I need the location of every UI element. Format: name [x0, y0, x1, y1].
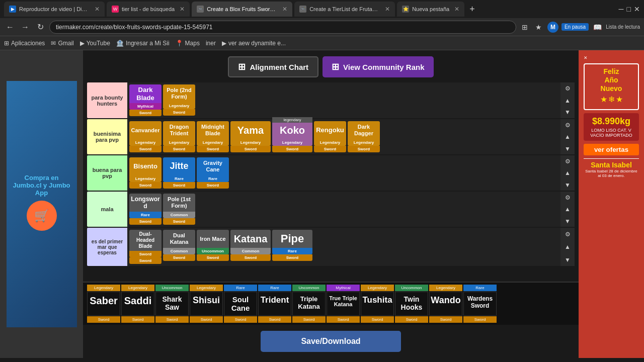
tier-settings-5[interactable]: ⚙: [560, 229, 575, 239]
tier-settings-4[interactable]: ⚙: [560, 193, 575, 203]
tab-1[interactable]: ▶ Reproductor de video | Disney+ ✕: [4, 2, 105, 17]
list-item[interactable]: True Triple Katana: [327, 292, 360, 316]
list-item[interactable]: Longsword Rare Sword: [129, 194, 162, 225]
list-item[interactable]: Shark Saw: [155, 292, 189, 316]
tier-down-4[interactable]: ▼: [560, 216, 575, 226]
tier-up-5[interactable]: ▲: [560, 242, 575, 252]
tier-down-2[interactable]: ▼: [560, 144, 575, 154]
account-icon[interactable]: M: [547, 22, 558, 33]
tierlist-area: para bounty hunters Dark Blade Mythical …: [83, 82, 579, 282]
list-item[interactable]: Wando: [429, 292, 462, 316]
tier-settings-1[interactable]: ⚙: [560, 83, 575, 94]
list-item[interactable]: Trident: [258, 292, 291, 316]
reload-button[interactable]: ↻: [34, 21, 46, 33]
bookmark-apps[interactable]: ⊞ Aplicaciones: [4, 40, 45, 47]
forward-button[interactable]: →: [19, 21, 31, 33]
list-item[interactable]: Soul Cane: [224, 292, 257, 316]
rarity-label-rare-2: Rare: [258, 285, 291, 291]
tier-up-1[interactable]: ▲: [560, 96, 575, 106]
tier-up-4[interactable]: ▲: [560, 204, 575, 214]
rarity-label-rare-1: Rare: [224, 285, 257, 291]
list-item[interactable]: Bisento Legendary Sword: [129, 157, 162, 189]
community-rank-button[interactable]: ⊞ View Community Rank: [323, 56, 433, 77]
tab-close-5[interactable]: ✕: [454, 6, 459, 13]
tier-down-3[interactable]: ▼: [560, 180, 575, 190]
rarity-label-mythical: Mythical: [327, 285, 360, 291]
list-item[interactable]: Dual-Headed Blade Sword Sword: [129, 230, 162, 264]
list-item[interactable]: Iron Mace Uncommon Sword: [197, 230, 229, 261]
list-item[interactable]: Canvander Legendary Sword: [129, 121, 162, 152]
tier-settings-2[interactable]: ⚙: [560, 120, 575, 130]
tab-4[interactable]: 🎮 Create a TierList de Frutas (Blox... ✕: [294, 2, 395, 17]
tier-items-4: Longsword Rare Sword Pole (1st Form) Com…: [127, 192, 560, 227]
browser-chrome: ▶ Reproductor de video | Disney+ ✕ W tie…: [0, 0, 644, 50]
list-item[interactable]: Triple Katana: [292, 292, 326, 316]
ad-item: LOMO LISO CAT. V VACÍO IMPORTADO: [587, 128, 636, 138]
tab-close-4[interactable]: ✕: [385, 6, 390, 13]
tab-3[interactable]: 🎮 Create a Blox Fruits Swords (upc... ✕: [192, 2, 292, 17]
minimize-button[interactable]: ─: [619, 5, 624, 13]
bookmark-sii[interactable]: 🏦 Ingresar a Mi Sii: [116, 40, 170, 47]
new-tab-button[interactable]: +: [466, 4, 478, 15]
list-item[interactable]: Saddi: [121, 292, 154, 316]
tab-5[interactable]: ⭐ Nueva pestaña ✕: [397, 2, 464, 17]
list-item[interactable]: Saber: [87, 292, 120, 316]
nav-icons: ⊞ ★ M En pausa 📖 Lista de lectura: [519, 22, 640, 33]
sword-badge: Sword: [155, 316, 189, 323]
tab-2[interactable]: W tier list - de búsqueda ✕: [107, 2, 190, 17]
reading-list-icon[interactable]: 📖: [592, 22, 603, 33]
rarity-label-rare-3: Rare: [463, 285, 497, 291]
tab-favicon-4: 🎮: [299, 6, 306, 13]
ad-close-btn[interactable]: ✕: [584, 55, 588, 60]
tier-row-5: es del primer mar que esperas Dual-Heade…: [87, 228, 575, 266]
list-item[interactable]: Katana Common Sword: [230, 230, 271, 261]
rarity-label-legendary-5: Legendary: [429, 285, 462, 291]
sword-badge: Sword: [258, 316, 291, 323]
alignment-chart-button[interactable]: ⊞ Alignment Chart: [228, 56, 318, 77]
tier-row-2: buenisima para pvp Canvander Legendary S…: [87, 119, 575, 154]
tier-settings-3[interactable]: ⚙: [560, 156, 575, 166]
bookmark-iner[interactable]: iner: [206, 40, 216, 47]
save-area: Save/Download: [83, 325, 579, 358]
url-bar[interactable]: [49, 21, 516, 34]
bookmark-aew[interactable]: ▶ ver aew dynamite e...: [222, 40, 286, 47]
bookmark-maps[interactable]: 📍 Maps: [176, 40, 200, 47]
list-item[interactable]: Dual Katana Common Sword: [163, 230, 195, 261]
tier-up-2[interactable]: ▲: [560, 132, 575, 142]
sword-badge: Sword: [292, 316, 326, 323]
tier-up-3[interactable]: ▲: [560, 168, 575, 178]
tier-down-5[interactable]: ▼: [560, 255, 575, 265]
list-item[interactable]: Jitte Rare Sword: [163, 157, 195, 189]
tier-down-1[interactable]: ▼: [560, 107, 575, 117]
list-item[interactable]: Dark Dagger Legendary Sword: [348, 121, 380, 152]
list-item[interactable]: Gravity Cane Rare Sword: [197, 157, 229, 189]
bookmark-gmail[interactable]: ✉ Gmail: [51, 40, 73, 47]
list-item[interactable]: legendary Koko Legendary Sword: [272, 121, 312, 152]
list-item[interactable]: Dragon Trident Legendary Sword: [163, 121, 195, 152]
bookmark-icon[interactable]: ★: [533, 22, 544, 33]
list-item[interactable]: Tushita: [361, 292, 394, 316]
list-item[interactable]: Rengoku Legendary Sword: [314, 121, 346, 152]
sword-badge: Sword: [121, 316, 154, 323]
list-item[interactable]: Pole (1st Form) Common Sword: [163, 194, 195, 225]
list-item[interactable]: Pipe Rare Sword: [272, 230, 312, 261]
list-item[interactable]: Twin Hooks: [395, 292, 428, 316]
tier-controls-3: ⚙ ▲ ▼: [560, 155, 575, 191]
save-download-button[interactable]: Save/Download: [261, 331, 400, 352]
list-item[interactable]: Shisui: [190, 292, 223, 316]
tab-close-2[interactable]: ✕: [180, 6, 185, 13]
pause-button[interactable]: En pausa: [561, 23, 589, 31]
list-item[interactable]: Wardens Sword: [463, 292, 497, 316]
back-button[interactable]: ←: [4, 21, 16, 33]
list-item[interactable]: Midnight Blade Legendary Sword: [197, 121, 229, 152]
list-item[interactable]: Yama Legendary Sword: [230, 121, 271, 152]
close-button[interactable]: ✕: [634, 5, 640, 13]
tab-close-3[interactable]: ✕: [282, 6, 287, 13]
ad-cta-button[interactable]: ver ofertas: [584, 144, 639, 155]
tab-close-1[interactable]: ✕: [95, 6, 100, 13]
list-item[interactable]: Pole (2nd Form) Legendary Sword: [163, 84, 195, 116]
list-item[interactable]: Dark Blade Mythical Sword: [129, 84, 162, 116]
bookmark-youtube[interactable]: ▶ YouTube: [80, 40, 110, 47]
extensions-icon[interactable]: ⊞: [519, 22, 530, 33]
maximize-button[interactable]: □: [627, 5, 631, 13]
